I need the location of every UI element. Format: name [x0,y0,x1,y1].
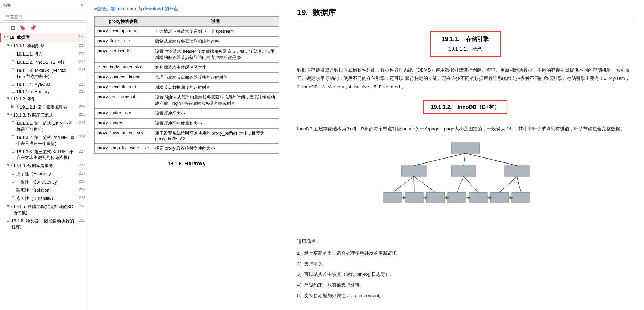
sidebar-header: 书签 × [0,0,87,11]
concept-text: 数据库存储引擎是数据库底层软件组织，数据库管理系统（DBMS）使用数据引擎进行创… [297,66,633,91]
sidebar-page-19-1-1-1: 214 [77,51,85,56]
param-cell: proyx_busy_buffers_size [95,129,152,144]
sidebar-label-19-1-1-2: 19.1.1.2. InnoDB（B+树） [16,60,77,66]
btree-diagram [297,139,633,232]
svg-rect-2 [451,166,476,176]
svg-rect-3 [505,166,529,176]
svg-rect-14 [533,192,551,203]
svg-rect-0 [451,143,480,153]
table-row: proxy_temp_file_write_size指定 proxy 缓存临时文… [95,144,279,154]
sidebar-page-19-1-5: 218 [77,204,85,208]
svg-line-4 [414,153,465,166]
arrow-icon: ▼ [3,35,6,38]
main-content: #交给后端 upstream 为 download 的节点 proxy模块参数 … [87,0,644,310]
arrow-icon: ▼ [6,43,10,47]
sidebar-item-ch19[interactable]: ▼ ▪ 19. 数据库 214 [0,33,87,42]
sidebar-toolbar: ≡ ⊟ 🔖 📌 [0,23,87,33]
search-input[interactable] [3,13,84,21]
collapse-all-button[interactable]: ⊟ [10,24,16,31]
section-19-1-1-box: 19.1.1. 存储引擎 19.1.1.1. 概念 [430,31,501,57]
svg-rect-9 [426,192,445,203]
use-case-item: 3）可以从灾难中恢复（通过 bin-log 日志等）。 [297,270,633,279]
sidebar-item-19-1-1-3[interactable]: 🗋 19.1.1.3. TokuDB（Fractal Tree-节点带数据） 2… [0,67,87,81]
sidebar-label-19-1-1: 19.1.1. 存储引擎 [13,43,77,49]
sidebar-item-19-1-1-1[interactable]: 🗋 19.1.1.1. 概念 214 [0,50,87,58]
param-cell: proyx_set_header [95,47,152,63]
sidebar-item-consistency[interactable]: 🗋 一致性（Consistency） 217 [0,178,87,186]
folder-icon: ▪ [11,96,12,100]
sidebar-label-19-1-5: 19.1.5. 存储过程(特定功能的SQL语句集) [13,204,77,216]
sidebar-label-19-1-4: 19.1.4. 数据库是事务 [13,163,77,169]
desc-cell: 代理与后端节点服务器连接的超时时间 [152,73,279,83]
btree-svg [380,139,551,232]
sidebar-page-19-1-1-4: 215 [77,82,85,86]
sidebar-page-19-1-6: 218 [77,218,85,222]
sidebar-page-19-1-3-3: 217 [77,149,85,153]
sidebar-label-19-1-3-1: 19.1.3.1. 第一范式(1st NF - 列都是不可再分) [16,120,77,133]
page-icon: 🗋 [11,149,15,153]
svg-line-18 [457,176,464,192]
sidebar-item-19-1-1-4[interactable]: 🗋 19.1.1.4. MyIASM 215 [0,81,87,88]
desc-cell: 客户端请求主体缓冲区大小 [152,63,279,73]
svg-rect-11 [469,192,487,203]
use-cases-title: 适用场景： [297,237,633,246]
sidebar: 书签 × ≡ ⊟ 🔖 📌 ▼ ▪ 19. 数据库 214 ▼ ▪ 19.1.1.… [0,0,87,310]
sidebar-item-atomicity[interactable]: 🗋 原子性（Atomicity） 217 [0,170,87,178]
sidebar-label-consistency: 一致性（Consistency） [16,179,77,185]
sidebar-item-19-1-3-3[interactable]: 🗋 19.1.3.3. 第三范式(3rd NF - 不存在对非主键列的传递依赖)… [0,148,87,162]
table-row: proxy_send_timeout后端节点数据回传的超时时间 [95,83,279,93]
sidebar-label-19-1-3-2: 19.1.3.2. 第二范式(2nd NF - 每个表只描述一件事情) [16,135,77,147]
sidebar-item-19-1-3-1[interactable]: 🗋 19.1.3.1. 第一范式(1st NF - 列都是不可再分) 216 [0,119,87,134]
sidebar-search-container [0,11,87,23]
sidebar-page-19-1-2-1: 216 [77,104,85,109]
sidebar-tree: ▼ ▪ 19. 数据库 214 ▼ ▪ 19.1.1. 存储引擎 214 🗋 1… [0,33,87,310]
svg-rect-8 [405,192,423,203]
arrow-icon: ▼ [6,96,10,100]
sidebar-item-19-1-1-2[interactable]: 🗋 19.1.1.2. InnoDB（B+树） 214 [0,58,87,67]
table-row: proyx_busy_buffers_size用于设置系统忙时可以使用的 pro… [95,129,279,144]
sidebar-page-19-1-3: 216 [77,112,85,117]
use-case-item: 4）外键约束。只有他支持外键。 [297,281,633,290]
page-icon: 🗋 [6,218,10,222]
param-cell: proxy_read_timeout [95,93,152,109]
bookmark-button1[interactable]: 🔖 [19,24,27,31]
sidebar-item-19-1-3-2[interactable]: 🗋 19.1.3.2. 第二范式(2nd NF - 每个表只描述一件事情) 21… [0,134,87,148]
sidebar-label-19-1-3: 19.1.3. 数据库三范式 [13,112,77,118]
sidebar-label-durability: 永久性（Durability） [16,196,77,202]
page-icon: 🗋 [11,82,15,86]
chapter-num: 19. [297,8,308,17]
desc-cell: 用于设置系统忙时可以使用的 proxy_buffers 大小，推荐为 proxy… [152,129,279,144]
page-icon: 🗋 [11,171,15,175]
sidebar-label-atomicity: 原子性（Atomicity） [16,171,77,177]
expand-all-button[interactable]: ≡ [3,24,8,31]
use-case-item: 2）支持事务。 [297,260,633,269]
sidebar-item-19-1-1[interactable]: ▼ ▪ 19.1.1. 存储引擎 214 [0,42,87,50]
svg-line-6 [465,153,517,166]
sidebar-item-isolation[interactable]: 🗋 隔离性（Isolation） 218 [0,186,87,195]
table-row: proyx_set_header设置 http 请求 header 传给后端服务… [95,47,279,63]
sidebar-item-durability[interactable]: 🗋 永久性（Durability） 218 [0,195,87,203]
sidebar-item-19-1-2[interactable]: ▼ ▪ 19.1.2. 索引 [0,95,87,103]
sidebar-label-19-1-6: 19.1.6. 触发器(一般能自动执行的程序) [11,218,77,230]
sidebar-item-19-1-5[interactable]: ▼ ▪ 19.1.5. 存储过程(特定功能的SQL语句集) 218 [0,203,87,217]
bookmark-button2[interactable]: 📌 [29,24,37,31]
svg-rect-13 [512,192,530,203]
section-19-1-1-2-title: 19.1.1.2. InnoDB（B+树） [431,104,500,110]
page-icon: 🗋 [11,179,15,184]
table-header-desc: 说明 [152,17,279,27]
close-icon[interactable]: × [81,2,84,9]
content-note: #交给后端 upstream 为 download 的节点 [94,6,279,12]
sidebar-item-19-1-4[interactable]: ▼ ▪ 19.1.4. 数据库是事务 217 [0,162,87,170]
sidebar-page-atomicity: 217 [77,171,85,175]
section-19-1-1-title: 19.1.1. 存储引擎 [436,36,495,43]
param-cell: proxy_connect_timeout [95,73,152,83]
sidebar-item-19-1-1-5[interactable]: 🗋 19.1.1.5. Memory 215 [0,88,87,95]
arrow-icon: ▶ [11,104,14,108]
sidebar-label-ch19: 19. 数据库 [10,35,76,41]
sidebar-item-19-1-2-1[interactable]: ▶ 🗋 19.1.2.1. 常见索引原则有 216 [0,103,87,112]
arrow-icon: ▼ [6,112,10,116]
sidebar-item-19-1-3[interactable]: ▼ ▪ 19.1.3. 数据库三范式 216 [0,111,87,119]
page-icon: 🗋 [11,68,15,72]
sidebar-item-19-1-6[interactable]: 🗋 19.1.6. 触发器(一般能自动执行的程序) 218 [0,217,87,231]
sidebar-label-19-1-2: 19.1.2. 索引 [13,96,77,102]
